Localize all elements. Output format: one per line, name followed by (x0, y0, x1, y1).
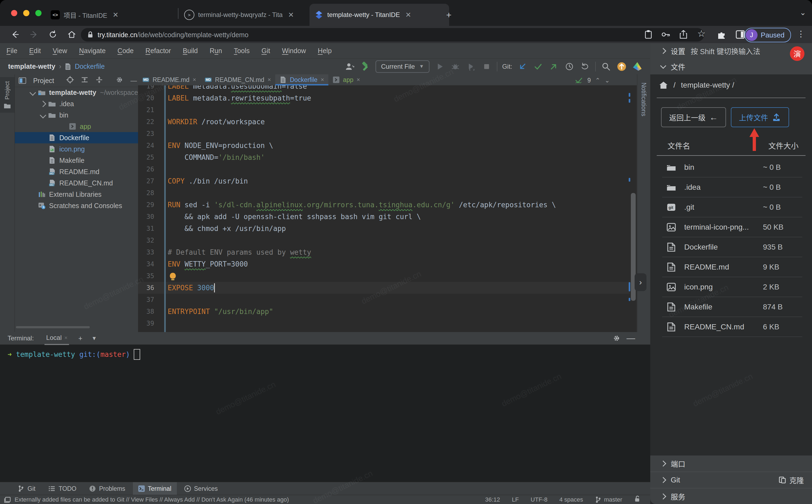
minimize-window-button[interactable] (23, 10, 29, 16)
clone-button[interactable]: 克隆 (779, 475, 804, 485)
locate-file-icon[interactable] (66, 76, 74, 85)
browser-tab[interactable]: >terminal-wetty-bwqryafz - Tita✕ (179, 4, 316, 26)
tree-item-template-wetty[interactable]: template-wetty ~/workspace (15, 87, 138, 98)
menu-item-git[interactable]: Git (262, 47, 270, 55)
search-everywhere-icon[interactable] (601, 61, 611, 72)
profile-button[interactable]: J Paused (745, 28, 791, 42)
back-icon[interactable] (8, 27, 22, 42)
terminal-tab-local[interactable]: Local× (44, 332, 69, 345)
status-message[interactable]: Externally added files can be added to G… (15, 496, 289, 503)
menu-item-run[interactable]: Run (210, 47, 222, 55)
terminal-dropdown-icon[interactable]: ▼ (92, 335, 97, 341)
bookmark-star-icon[interactable]: ☆ (697, 28, 706, 39)
event-log-icon[interactable] (4, 496, 11, 504)
code-line[interactable]: && apk add -U openssh-client sshpass bas… (168, 211, 421, 223)
file-row-.git[interactable]: git.git~ 0 B (650, 197, 812, 217)
run-icon[interactable] (434, 61, 445, 72)
hide-panel-icon[interactable]: — (130, 77, 137, 84)
close-icon[interactable]: × (193, 76, 196, 83)
status-branch[interactable]: master (595, 496, 622, 503)
code-line[interactable]: ENV NODE_ENV=production \ (168, 140, 273, 151)
share-icon[interactable] (679, 30, 688, 40)
git-push-icon[interactable] (548, 61, 559, 72)
tool-tab-notifications[interactable]: Notifications (640, 82, 647, 116)
settings-gear-icon[interactable] (115, 76, 123, 85)
menu-item-navigate[interactable]: Navigate (79, 47, 106, 55)
editor-tab-app[interactable]: app× (328, 74, 364, 85)
clipboard-icon[interactable] (644, 30, 653, 40)
git-update-icon[interactable] (517, 61, 528, 72)
file-row-Makefile[interactable]: Makefile874 B (650, 297, 812, 317)
new-tab-button[interactable]: + (446, 4, 452, 26)
section-服务[interactable]: 服务 (650, 488, 812, 504)
browser-tab[interactable]: <>项目 - TitanIDE✕ (46, 4, 185, 26)
tool-tab-services[interactable]: Services (179, 482, 223, 495)
tool-tab-git[interactable]: Git (12, 482, 41, 495)
menu-item-view[interactable]: View (53, 47, 67, 55)
tree-item-Scratches and Consoles[interactable]: Scratches and Consoles (15, 200, 138, 211)
menu-item-refactor[interactable]: Refactor (146, 47, 171, 55)
menu-item-window[interactable]: Window (282, 47, 306, 55)
editor-tab-README_CN.md[interactable]: MDREADME_CN.md× (201, 74, 276, 85)
menu-item-build[interactable]: Build (183, 47, 198, 55)
home-icon[interactable] (65, 27, 79, 42)
chevron-down-icon[interactable] (40, 112, 46, 118)
section-Git[interactable]: Git克隆 (650, 472, 812, 488)
file-row-icon.png[interactable]: icon.png2 KB (650, 277, 812, 297)
file-row-README_CN.md[interactable]: README_CN.md6 KB (650, 317, 812, 337)
file-row-README.md[interactable]: README.md9 KB (650, 257, 812, 277)
tool-tab-todo[interactable]: TODO (43, 482, 82, 495)
code-line[interactable]: COMMAND='/bin/bash' (168, 151, 265, 163)
file-row-Dockerfile[interactable]: Dockerfile935 B (650, 237, 812, 257)
browser-tab[interactable]: template-wetty - TitanIDE✕ (309, 4, 449, 26)
file-row-.idea[interactable]: .idea~ 0 B (650, 177, 812, 197)
horizontal-scrollbar[interactable] (16, 326, 90, 328)
section-端口[interactable]: 端口 (650, 455, 812, 472)
tree-item-External Libraries[interactable]: External Libraries (15, 189, 138, 200)
file-row-terminal-icon-png...[interactable]: terminal-icon-png...50 KB (650, 217, 812, 237)
browser-menu-icon[interactable]: ⋮ (797, 29, 805, 39)
breadcrumb[interactable]: template-wetty › Dockerfile (8, 58, 105, 74)
side-panel-icon[interactable] (735, 30, 745, 40)
menu-item-code[interactable]: Code (118, 47, 134, 55)
code-line[interactable]: # Default ENV params used by wetty (168, 246, 311, 258)
upload-file-button[interactable]: 上传文件 (731, 107, 789, 127)
code-line[interactable]: EXPOSE 3000 (168, 282, 214, 294)
password-key-icon[interactable] (661, 30, 670, 40)
debug-icon[interactable] (450, 61, 461, 72)
status-caret-position[interactable]: 36:12 (485, 496, 500, 503)
tree-item-app[interactable]: app (15, 121, 138, 132)
file-path-breadcrumb[interactable]: / template-wetty / (659, 81, 734, 89)
update-available-icon[interactable] (616, 61, 627, 72)
status-indent[interactable]: 4 spaces (559, 496, 583, 503)
status-line-separator[interactable]: LF (512, 496, 519, 503)
close-icon[interactable]: × (267, 76, 271, 83)
menu-item-tools[interactable]: Tools (234, 47, 250, 55)
tab-search-chevron-icon[interactable]: ⌄ (800, 8, 806, 17)
breadcrumb-file[interactable]: Dockerfile (75, 63, 105, 70)
collapse-all-icon[interactable] (95, 76, 103, 85)
prev-problem-icon[interactable]: ⌃ (595, 77, 600, 84)
column-file-name[interactable]: 文件名 (668, 140, 690, 151)
menu-item-help[interactable]: Help (318, 47, 332, 55)
close-window-button[interactable] (11, 10, 17, 16)
tree-item-Dockerfile[interactable]: Dockerfile (15, 132, 138, 143)
close-icon[interactable]: × (64, 335, 68, 341)
terminal-settings-icon[interactable] (613, 334, 621, 344)
tool-tab-problems[interactable]: Problems (84, 482, 130, 495)
inspections-widget[interactable]: 9 ⌃ ⌄ (575, 77, 610, 84)
tree-item-bin[interactable]: bin (15, 109, 138, 121)
tool-tab-terminal[interactable]: Terminal (133, 482, 177, 495)
unlock-icon[interactable] (634, 495, 641, 504)
section-files[interactable]: 文件 (650, 59, 812, 74)
extensions-puzzle-icon[interactable] (717, 30, 726, 40)
code-line[interactable]: COPY ./bin /usr/bin (168, 175, 248, 187)
chevron-right-icon[interactable] (40, 101, 46, 107)
expand-panel-button[interactable]: › (635, 273, 646, 291)
maximize-window-button[interactable] (35, 10, 42, 16)
column-file-size[interactable]: 文件大小 (768, 140, 799, 151)
code-line[interactable]: && chmod +x /usr/bin/app (168, 223, 286, 234)
git-commit-icon[interactable] (533, 61, 543, 72)
editor-tab-Dockerfile[interactable]: Dockerfile× (275, 74, 328, 85)
go-up-button[interactable]: 返回上一级 ← (661, 107, 726, 127)
